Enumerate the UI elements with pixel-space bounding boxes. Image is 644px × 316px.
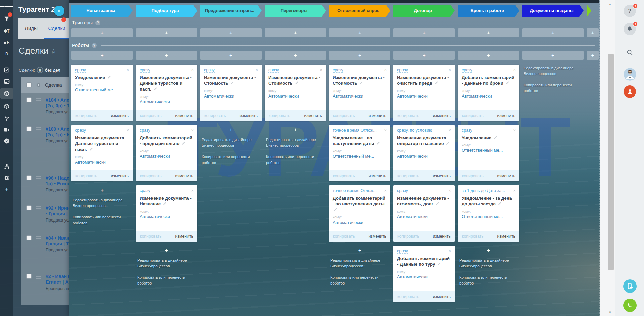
robot-copy-button[interactable]: копировать [333,234,355,239]
robot-delete-icon[interactable]: × [511,68,516,72]
drag-handle-icon[interactable] [36,175,41,201]
deal-link[interactable]: Греция | ТЕЗ ТУР [46,241,69,247]
robot-when-link[interactable]: сразу [268,68,279,73]
robot-when-link[interactable]: сразу [462,128,472,133]
column-settings-gear-icon[interactable] [36,83,41,87]
add-robot-button[interactable]: + [200,51,262,60]
intranet-user-button[interactable] [624,85,636,98]
robot-when-link[interactable]: сразу [140,188,150,193]
close-panel-button[interactable]: × [54,6,64,16]
robot-when-link[interactable]: сразу [140,68,150,73]
copy-move-robots-link[interactable]: Копировать или перенести роботов [202,154,260,166]
drag-handle-icon[interactable] [36,274,41,305]
robot-edit-button[interactable]: изменить [240,113,258,118]
add-robot-button[interactable]: + [393,51,455,60]
robot-delete-icon[interactable]: × [189,68,194,72]
robot-assignee-link[interactable]: Ответственный ме... [333,154,387,159]
robot-when-link[interactable]: сразу [75,68,86,73]
copy-move-robots-link[interactable]: Копировать или перенести роботов [137,275,196,287]
add-trigger-button[interactable]: + [136,28,197,37]
deal-link[interactable]: • Греция | ТЕЗ ТУ [46,211,69,217]
robot-delete-icon[interactable]: × [446,68,451,72]
tasks-checkbox-icon[interactable] [0,65,13,75]
deal-link[interactable]: #92 • Ирина Петр [46,205,69,211]
scrollbar-thumb[interactable] [608,54,614,270]
telephony-button[interactable] [623,299,637,312]
robot-when-link[interactable]: сразу [397,249,408,254]
robot-copy-button[interactable]: копировать [397,234,419,239]
add-robot-button[interactable]: + [587,51,599,60]
column-header-deal[interactable]: Сделка [45,82,62,88]
robot-when-link[interactable]: за 1 день до Дата за... [462,188,505,193]
copy-move-robots-link[interactable]: Копировать или перенести роботов [73,214,131,226]
chevron-down-circle-icon[interactable] [0,136,13,146]
stage-chevron-7[interactable]: Бронь в работе [458,5,519,17]
designer-link[interactable]: Редактировать в дизайнере Бизнес-процесс… [137,258,196,269]
copy-move-robots-link[interactable]: Копировать или перенести роботов [524,82,582,94]
robot-copy-button[interactable]: копировать [75,174,97,178]
copy-move-robots-link[interactable]: Копировать или перенести роботов [459,275,518,287]
drag-handle-icon[interactable] [36,97,41,122]
robot-delete-icon[interactable]: × [511,188,516,193]
robot-when-link[interactable]: сразу [397,188,408,193]
drag-handle-icon[interactable] [36,205,41,231]
robot-delete-icon[interactable]: × [253,68,258,72]
add-robot-button[interactable]: + [136,248,197,254]
stage-chevron-8[interactable]: Документы выданы [522,5,584,17]
robot-delete-icon[interactable]: × [446,188,451,193]
designer-link[interactable]: Редактировать в дизайнере Бизнес-процесс… [202,137,260,149]
robot-assignee-link[interactable]: Автоматически [140,99,194,104]
robot-assignee-link[interactable]: Автоматически [268,93,322,99]
robot-delete-icon[interactable]: × [382,68,387,72]
add-trigger-button[interactable]: + [393,28,455,37]
deal-checkbox[interactable] [26,97,32,102]
add-robot-button[interactable]: + [329,248,390,254]
favorite-star-icon[interactable]: ☆ [51,48,57,55]
robot-delete-icon[interactable]: × [318,68,322,72]
stage-chevron-6[interactable]: Договор [393,5,455,17]
add-trigger-button[interactable]: + [265,28,326,37]
stage-chevron-3[interactable]: Предложение отправ... [200,5,262,17]
add-trigger-button[interactable]: + [522,28,584,37]
add-trigger-button[interactable]: + [200,28,262,37]
stage-chevron-5[interactable]: Отложенный спрос [329,5,390,17]
robot-copy-button[interactable]: копировать [397,113,419,118]
robot-assignee-link[interactable]: Автоматически [397,214,451,219]
robot-edit-button[interactable]: изменить [111,174,129,178]
deal-link[interactable]: #100 • Александр [46,126,69,132]
stage-chevron-4[interactable]: Переговоры [265,5,326,17]
robot-copy-button[interactable]: копировать [462,174,484,178]
deal-checkbox[interactable] [26,126,32,131]
add-robot-button[interactable]: + [200,127,262,133]
network-molecule-icon[interactable] [0,113,13,123]
add-robot-button[interactable]: + [458,248,519,254]
scroll-up-arrow[interactable]: ▲ [607,3,613,6]
deal-link[interactable]: 1р) • Египет | Ане [46,181,69,187]
robot-edit-button[interactable]: изменить [111,113,129,118]
user-avatar[interactable] [624,68,636,81]
robot-when-link[interactable]: сразу, по условию [397,128,432,133]
notifications-button[interactable]: 2 [624,23,636,35]
catalog-cube-icon[interactable] [0,101,13,112]
scroll-down-arrow[interactable]: ▼ [607,311,613,314]
designer-link[interactable]: Редактировать в дизайнере Бизнес-процесс… [330,258,389,269]
robot-assignee-link[interactable]: Автоматически [397,154,451,159]
robot-assignee-link[interactable]: Ответственный ме... [462,214,516,219]
deal-link[interactable]: #104 • Александр [46,97,69,103]
shortcut-t-icon[interactable]: ✱Т [0,26,13,36]
robot-copy-button[interactable]: копировать [397,174,419,178]
add-trigger-button[interactable]: + [71,28,133,37]
robot-delete-icon[interactable]: × [189,188,194,193]
robot-copy-button[interactable]: копировать [462,113,484,118]
deal-link[interactable]: #84 • Иван Ивано [46,235,69,241]
add-trigger-button[interactable]: + [329,28,390,37]
stage-chevron-2[interactable]: Подбор тура [136,5,197,17]
add-trigger-button[interactable]: + [458,28,519,37]
shortcut-v-icon[interactable]: В [0,49,13,59]
robot-delete-icon[interactable]: × [124,68,129,72]
robot-when-link[interactable]: сразу [462,68,472,73]
search-button[interactable] [624,46,636,59]
robot-edit-button[interactable]: изменить [175,113,194,118]
robot-copy-button[interactable]: копировать [462,234,484,239]
robot-edit-button[interactable]: изменить [304,113,322,118]
